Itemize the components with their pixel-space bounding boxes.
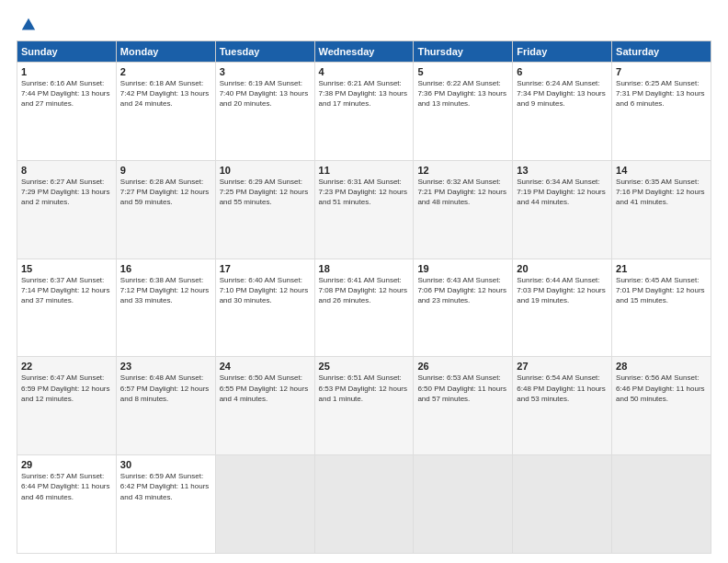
- day-number: 19: [417, 263, 508, 274]
- day-number: 30: [120, 459, 211, 470]
- table-row: 2Sunrise: 6:18 AM Sunset: 7:42 PM Daylig…: [116, 63, 215, 161]
- table-row: 27Sunrise: 6:54 AM Sunset: 6:48 PM Dayli…: [513, 357, 612, 455]
- day-number: 16: [120, 263, 211, 274]
- day-info: Sunrise: 6:32 AM Sunset: 7:21 PM Dayligh…: [417, 177, 508, 208]
- table-row: 9Sunrise: 6:28 AM Sunset: 7:27 PM Daylig…: [116, 160, 215, 259]
- day-info: Sunrise: 6:56 AM Sunset: 6:46 PM Dayligh…: [616, 373, 707, 404]
- table-row: [314, 455, 414, 554]
- table-row: 4Sunrise: 6:21 AM Sunset: 7:38 PM Daylig…: [314, 63, 414, 161]
- day-number: 22: [21, 361, 112, 372]
- day-info: Sunrise: 6:51 AM Sunset: 6:53 PM Dayligh…: [319, 373, 410, 404]
- day-info: Sunrise: 6:29 AM Sunset: 7:25 PM Dayligh…: [220, 177, 311, 208]
- dow-header: Friday: [513, 41, 612, 63]
- day-info: Sunrise: 6:18 AM Sunset: 7:42 PM Dayligh…: [120, 78, 211, 109]
- day-info: Sunrise: 6:48 AM Sunset: 6:57 PM Dayligh…: [120, 373, 211, 404]
- day-number: 12: [417, 165, 508, 176]
- day-info: Sunrise: 6:41 AM Sunset: 7:08 PM Dayligh…: [319, 275, 410, 306]
- day-number: 3: [220, 66, 311, 77]
- day-info: Sunrise: 6:34 AM Sunset: 7:19 PM Dayligh…: [517, 177, 608, 208]
- logo: [17, 17, 37, 31]
- dow-header: Tuesday: [215, 41, 314, 63]
- day-info: Sunrise: 6:37 AM Sunset: 7:14 PM Dayligh…: [21, 275, 112, 306]
- table-row: 19Sunrise: 6:43 AM Sunset: 7:06 PM Dayli…: [414, 259, 513, 357]
- day-info: Sunrise: 6:38 AM Sunset: 7:12 PM Dayligh…: [120, 275, 211, 306]
- day-info: Sunrise: 6:19 AM Sunset: 7:40 PM Dayligh…: [220, 78, 311, 109]
- table-row: 29Sunrise: 6:57 AM Sunset: 6:44 PM Dayli…: [17, 455, 117, 554]
- day-number: 8: [21, 165, 112, 176]
- day-info: Sunrise: 6:31 AM Sunset: 7:23 PM Dayligh…: [319, 177, 410, 208]
- day-info: Sunrise: 6:35 AM Sunset: 7:16 PM Dayligh…: [616, 177, 707, 208]
- day-number: 5: [417, 66, 508, 77]
- day-info: Sunrise: 6:21 AM Sunset: 7:38 PM Dayligh…: [319, 78, 410, 109]
- table-row: [215, 455, 314, 554]
- table-row: 30Sunrise: 6:59 AM Sunset: 6:42 PM Dayli…: [116, 455, 215, 554]
- day-info: Sunrise: 6:43 AM Sunset: 7:06 PM Dayligh…: [417, 275, 508, 306]
- day-number: 28: [616, 361, 707, 372]
- table-row: 11Sunrise: 6:31 AM Sunset: 7:23 PM Dayli…: [314, 160, 414, 259]
- day-info: Sunrise: 6:47 AM Sunset: 6:59 PM Dayligh…: [21, 373, 112, 404]
- day-number: 11: [319, 165, 410, 176]
- svg-marker-0: [22, 18, 35, 30]
- table-row: 14Sunrise: 6:35 AM Sunset: 7:16 PM Dayli…: [612, 160, 711, 259]
- day-info: Sunrise: 6:45 AM Sunset: 7:01 PM Dayligh…: [616, 275, 707, 306]
- day-info: Sunrise: 6:28 AM Sunset: 7:27 PM Dayligh…: [120, 177, 211, 208]
- table-row: 26Sunrise: 6:53 AM Sunset: 6:50 PM Dayli…: [414, 357, 513, 455]
- dow-header: Wednesday: [314, 41, 414, 63]
- logo-icon: [20, 17, 37, 33]
- day-info: Sunrise: 6:22 AM Sunset: 7:36 PM Dayligh…: [417, 78, 508, 109]
- day-info: Sunrise: 6:44 AM Sunset: 7:03 PM Dayligh…: [517, 275, 608, 306]
- day-number: 29: [21, 459, 112, 470]
- day-number: 9: [120, 165, 211, 176]
- table-row: 24Sunrise: 6:50 AM Sunset: 6:55 PM Dayli…: [215, 357, 314, 455]
- day-info: Sunrise: 6:27 AM Sunset: 7:29 PM Dayligh…: [21, 177, 112, 208]
- day-number: 24: [220, 361, 311, 372]
- day-number: 4: [319, 66, 410, 77]
- table-row: 10Sunrise: 6:29 AM Sunset: 7:25 PM Dayli…: [215, 160, 314, 259]
- day-number: 7: [616, 66, 707, 77]
- header: [17, 17, 711, 31]
- day-info: Sunrise: 6:53 AM Sunset: 6:50 PM Dayligh…: [417, 373, 508, 404]
- table-row: [513, 455, 612, 554]
- table-row: 13Sunrise: 6:34 AM Sunset: 7:19 PM Dayli…: [513, 160, 612, 259]
- day-number: 13: [517, 165, 608, 176]
- dow-header: Sunday: [17, 41, 117, 63]
- day-number: 20: [517, 263, 608, 274]
- day-number: 1: [21, 66, 112, 77]
- day-info: Sunrise: 6:54 AM Sunset: 6:48 PM Dayligh…: [517, 373, 608, 404]
- table-row: 18Sunrise: 6:41 AM Sunset: 7:08 PM Dayli…: [314, 259, 414, 357]
- table-row: 20Sunrise: 6:44 AM Sunset: 7:03 PM Dayli…: [513, 259, 612, 357]
- day-info: Sunrise: 6:40 AM Sunset: 7:10 PM Dayligh…: [220, 275, 311, 306]
- day-number: 18: [319, 263, 410, 274]
- day-number: 2: [120, 66, 211, 77]
- table-row: 15Sunrise: 6:37 AM Sunset: 7:14 PM Dayli…: [17, 259, 117, 357]
- table-row: 7Sunrise: 6:25 AM Sunset: 7:31 PM Daylig…: [612, 63, 711, 161]
- table-row: 25Sunrise: 6:51 AM Sunset: 6:53 PM Dayli…: [314, 357, 414, 455]
- day-number: 23: [120, 361, 211, 372]
- day-number: 14: [616, 165, 707, 176]
- table-row: 23Sunrise: 6:48 AM Sunset: 6:57 PM Dayli…: [116, 357, 215, 455]
- table-row: [414, 455, 513, 554]
- table-row: 1Sunrise: 6:16 AM Sunset: 7:44 PM Daylig…: [17, 63, 117, 161]
- dow-header: Thursday: [414, 41, 513, 63]
- dow-header: Monday: [116, 41, 215, 63]
- day-number: 26: [417, 361, 508, 372]
- calendar: SundayMondayTuesdayWednesdayThursdayFrid…: [17, 40, 711, 554]
- table-row: [612, 455, 711, 554]
- day-info: Sunrise: 6:57 AM Sunset: 6:44 PM Dayligh…: [21, 471, 112, 502]
- table-row: 12Sunrise: 6:32 AM Sunset: 7:21 PM Dayli…: [414, 160, 513, 259]
- dow-header: Saturday: [612, 41, 711, 63]
- table-row: 28Sunrise: 6:56 AM Sunset: 6:46 PM Dayli…: [612, 357, 711, 455]
- table-row: 5Sunrise: 6:22 AM Sunset: 7:36 PM Daylig…: [414, 63, 513, 161]
- day-number: 15: [21, 263, 112, 274]
- day-info: Sunrise: 6:50 AM Sunset: 6:55 PM Dayligh…: [220, 373, 311, 404]
- table-row: 3Sunrise: 6:19 AM Sunset: 7:40 PM Daylig…: [215, 63, 314, 161]
- day-number: 6: [517, 66, 608, 77]
- day-info: Sunrise: 6:59 AM Sunset: 6:42 PM Dayligh…: [120, 471, 211, 502]
- table-row: 8Sunrise: 6:27 AM Sunset: 7:29 PM Daylig…: [17, 160, 117, 259]
- table-row: 21Sunrise: 6:45 AM Sunset: 7:01 PM Dayli…: [612, 259, 711, 357]
- day-info: Sunrise: 6:24 AM Sunset: 7:34 PM Dayligh…: [517, 78, 608, 109]
- table-row: 22Sunrise: 6:47 AM Sunset: 6:59 PM Dayli…: [17, 357, 117, 455]
- day-number: 21: [616, 263, 707, 274]
- table-row: 6Sunrise: 6:24 AM Sunset: 7:34 PM Daylig…: [513, 63, 612, 161]
- table-row: 16Sunrise: 6:38 AM Sunset: 7:12 PM Dayli…: [116, 259, 215, 357]
